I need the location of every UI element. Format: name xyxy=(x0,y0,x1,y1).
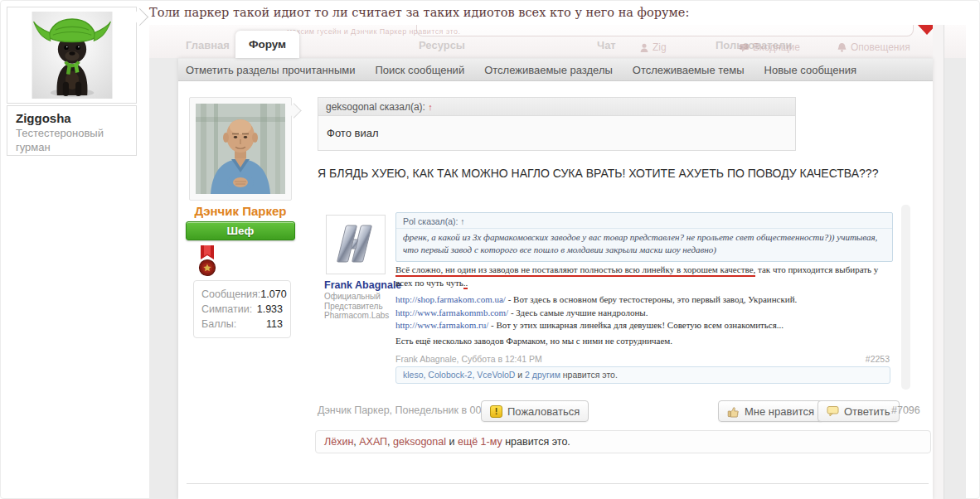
commenter-info-box: Ziggosha Тестестероновый гурман xyxy=(7,105,137,156)
inner-links: http://shop.farmakom.com.ua/ - Вот здесь… xyxy=(395,293,896,332)
stat-row: Баллы:113 xyxy=(201,317,283,332)
inner-likes-more[interactable]: 2 другим xyxy=(525,370,560,380)
inner-likes-and: и xyxy=(515,370,525,380)
poster-stats: Сообщения:1.070 Симпатии:1.933 Баллы:113 xyxy=(193,280,291,338)
reply-tail: .. xyxy=(463,278,468,289)
inner-likes-suffix: нравится это. xyxy=(560,370,618,380)
like-label: Мне нравится xyxy=(745,405,814,418)
likes-and: и xyxy=(446,436,458,448)
post-divider xyxy=(187,483,929,484)
stat-label: Сообщения: xyxy=(201,287,260,302)
post-message: Я БЛЯДЬ ХУЕЮ, КАК ТАК МОЖНО НАГЛО СУКА В… xyxy=(318,167,890,180)
thumbs-up-icon xyxy=(727,405,740,418)
account-user-faded[interactable]: Zig xyxy=(640,41,667,53)
inner-quote-block: Pol сказал(а): ↑ френк, а какой из 3х фа… xyxy=(395,212,893,262)
reply-bubble-icon xyxy=(827,405,839,417)
quote-jump-arrow[interactable]: ↑ xyxy=(428,102,433,112)
inner-reply-text: Всё сложно, ни один из заводов не постав… xyxy=(395,264,896,290)
link-note: - Вот у этих шикарная линейка для девуше… xyxy=(488,320,784,330)
doctor-avatar-image xyxy=(196,104,285,194)
inner-likes-users[interactable]: kleso, Colobock-2, VceVoloD xyxy=(403,370,515,380)
reply-button[interactable]: Ответить xyxy=(817,400,900,422)
likes-suffix: нравится это. xyxy=(502,436,570,448)
tab-forum[interactable]: Форум xyxy=(235,31,299,58)
reply-label: Ответить xyxy=(844,405,890,418)
role-line: Официальный xyxy=(324,292,389,302)
pug-yoda-avatar xyxy=(31,12,114,99)
role-line: Pharmacom.Labs xyxy=(324,311,389,321)
stat-label: Баллы: xyxy=(201,317,236,332)
stat-row: Симпатии:1.933 xyxy=(201,302,283,317)
tab-chat-faded[interactable]: Чат xyxy=(597,39,616,51)
likes-user-3[interactable]: geksogonal xyxy=(393,436,446,448)
red-underlined-text: Всё сложно, ни один из заводов не постав… xyxy=(395,264,755,277)
stat-value[interactable]: 1.933 xyxy=(257,302,283,317)
farmakom-ru-link[interactable]: http://www.farmakom.ru/ xyxy=(395,320,488,330)
post-number[interactable]: #7096 xyxy=(891,405,920,416)
attachment-author-name: Frank Abagnale xyxy=(324,279,401,291)
quote-header: geksogonal сказал(а): ↑ xyxy=(318,97,796,115)
comment-text: Толи паркер такой идиот то ли считает за… xyxy=(149,6,970,19)
inner-quote-header: Pol сказал(а): ↑ xyxy=(396,213,892,229)
report-button[interactable]: ! Пожаловаться xyxy=(481,400,589,422)
link-note: - Вот здесь в основном беру тестостероны… xyxy=(506,294,797,304)
nav-watched-forums[interactable]: Отслеживаемые разделы xyxy=(484,64,613,76)
poster-name[interactable]: Дэнчик Паркер xyxy=(185,204,296,218)
inbox-link-faded[interactable]: Входящие xyxy=(740,41,800,53)
bell-icon xyxy=(837,43,847,52)
nav-watched-threads[interactable]: Отслеживаемые темы xyxy=(633,64,745,76)
nav-new-posts[interactable]: Новые сообщения xyxy=(764,64,857,76)
poster-avatar[interactable] xyxy=(189,97,292,201)
medal-icon xyxy=(196,245,218,279)
nav-mark-read[interactable]: Отметить разделы прочитанными xyxy=(186,64,355,76)
likes-user-2[interactable]: АХАП xyxy=(359,436,387,448)
link-line: http://shop.farmakom.com.ua/ - Вот здесь… xyxy=(395,293,896,307)
inbox-bubble-icon xyxy=(740,43,749,52)
attached-screenshot[interactable]: Frank Abagnale Официальный Представитель… xyxy=(318,205,898,390)
post-byline[interactable]: Дэнчик Паркер, Понедельник в 00:48 xyxy=(318,405,496,416)
link-line: http://www.farmakom.ru/ - Вот у этих шик… xyxy=(395,319,896,332)
like-button[interactable]: Мне нравится xyxy=(718,400,823,422)
poster-badge: Шеф xyxy=(186,221,295,240)
inner-byline[interactable]: Frank Abagnale, Суббота в 12:41 PM xyxy=(395,354,542,364)
attachment-author-role: Официальный Представитель Pharmacom.Labs xyxy=(324,292,389,321)
stat-label: Симпатии: xyxy=(201,302,252,317)
inbox-label: Входящие xyxy=(753,41,800,53)
tab-home-faded[interactable]: Главная xyxy=(186,39,230,51)
farmakommb-link[interactable]: http://www.farmakommb.com/ xyxy=(395,308,508,317)
faded-message-box xyxy=(416,25,914,36)
attachment-avatar xyxy=(326,215,386,274)
tab-resources-faded[interactable]: Ресурсы xyxy=(419,39,465,51)
quote-author-line: geksogonal сказал(а): xyxy=(326,101,425,113)
quote-block: geksogonal сказал(а): ↑ Фото виал xyxy=(318,97,796,151)
inner-likes-bar: kleso, Colobock-2, VceVoloD и 2 другим н… xyxy=(395,366,890,384)
attachment-scrollbar[interactable] xyxy=(901,205,910,390)
commenter-avatar-card[interactable] xyxy=(7,7,137,104)
person-icon xyxy=(640,43,648,52)
forum-content: Отметить разделы прочитанными Поиск сооб… xyxy=(178,58,933,499)
shop-farmakom-link[interactable]: http://shop.farmakom.com.ua/ xyxy=(395,294,506,304)
inner-post-footer: Frank Abagnale, Суббота в 12:41 PM #2253 xyxy=(395,354,890,364)
link-note: - Здесь самые лучшие нандролоны. xyxy=(508,308,648,317)
likes-more[interactable]: ещё 1-му xyxy=(458,436,502,448)
likes-bar: Лёхин, АХАП, geksogonal и ещё 1-му нрави… xyxy=(315,430,931,453)
inner-quote-body: френк, а какой из 3х фармакомовских заво… xyxy=(396,229,892,261)
alerts-label: Оповещения xyxy=(851,41,910,53)
alerts-link-faded[interactable]: Оповещения xyxy=(837,41,910,53)
commenter-name[interactable]: Ziggosha xyxy=(16,111,128,125)
inner-post-number[interactable]: #2253 xyxy=(866,354,890,364)
quote-body: Фото виал xyxy=(318,115,796,151)
faded-likes-line: максим гусейн и Дэнчик Паркер нравится э… xyxy=(287,27,460,36)
account-user-label: Zig xyxy=(653,41,667,53)
nav-search-posts[interactable]: Поиск сообщений xyxy=(375,64,464,76)
link-line: http://www.farmakommb.com/ - Здесь самые… xyxy=(395,307,896,320)
stat-value: 1.070 xyxy=(260,287,286,302)
stat-value: 113 xyxy=(266,317,283,332)
stat-row: Сообщения:1.070 xyxy=(201,287,283,302)
likes-user-1[interactable]: Лёхин xyxy=(324,436,353,448)
report-label: Пожаловаться xyxy=(507,405,580,418)
pharmacom-logo-icon xyxy=(331,220,381,269)
commenter-title: Тестестероновый гурман xyxy=(16,127,115,155)
page-scrollbar-strip[interactable] xyxy=(933,25,944,499)
role-line: Представитель xyxy=(324,302,389,312)
